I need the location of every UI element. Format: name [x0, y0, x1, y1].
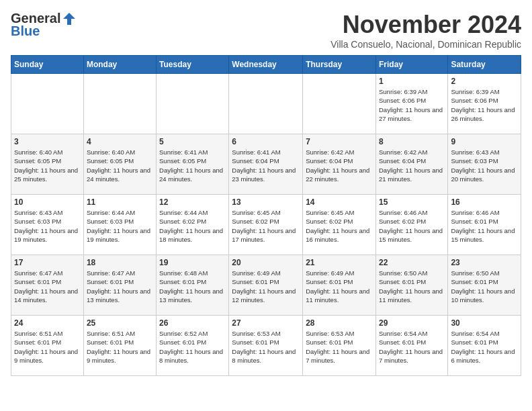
day-number: 30 — [451, 318, 518, 328]
day-cell: 1Sunrise: 6:39 AM Sunset: 6:06 PM Daylig… — [375, 74, 447, 134]
day-cell: 22Sunrise: 6:50 AM Sunset: 6:01 PM Dayli… — [375, 255, 447, 316]
day-info: Sunrise: 6:51 AM Sunset: 6:01 PM Dayligh… — [14, 329, 81, 365]
day-info: Sunrise: 6:50 AM Sunset: 6:01 PM Dayligh… — [379, 269, 445, 304]
day-cell: 13Sunrise: 6:45 AM Sunset: 6:02 PM Dayli… — [229, 195, 303, 255]
day-number: 22 — [379, 258, 445, 267]
weekday-header-sunday: Sunday — [11, 56, 84, 74]
day-info: Sunrise: 6:44 AM Sunset: 6:03 PM Dayligh… — [87, 208, 153, 244]
day-info: Sunrise: 6:46 AM Sunset: 6:02 PM Dayligh… — [379, 208, 445, 244]
day-cell: 12Sunrise: 6:44 AM Sunset: 6:02 PM Dayli… — [157, 195, 229, 255]
day-number: 28 — [306, 318, 373, 328]
day-cell: 17Sunrise: 6:47 AM Sunset: 6:01 PM Dayli… — [11, 255, 84, 316]
title-section: November 2024 Villa Consuelo, Nacional, … — [330, 11, 521, 50]
day-info: Sunrise: 6:50 AM Sunset: 6:01 PM Dayligh… — [451, 269, 518, 304]
logo-icon — [62, 11, 77, 26]
day-info: Sunrise: 6:49 AM Sunset: 6:01 PM Dayligh… — [306, 269, 373, 304]
day-number: 25 — [87, 318, 153, 328]
subtitle: Villa Consuelo, Nacional, Dominican Repu… — [330, 39, 521, 50]
day-info: Sunrise: 6:41 AM Sunset: 6:04 PM Dayligh… — [232, 148, 300, 183]
day-info: Sunrise: 6:52 AM Sunset: 6:01 PM Dayligh… — [159, 329, 226, 365]
day-info: Sunrise: 6:45 AM Sunset: 6:02 PM Dayligh… — [306, 208, 373, 244]
day-cell: 23Sunrise: 6:50 AM Sunset: 6:01 PM Dayli… — [448, 255, 521, 316]
day-cell: 28Sunrise: 6:53 AM Sunset: 6:01 PM Dayli… — [303, 316, 376, 376]
day-cell: 3Sunrise: 6:40 AM Sunset: 6:05 PM Daylig… — [11, 134, 84, 195]
day-info: Sunrise: 6:40 AM Sunset: 6:05 PM Dayligh… — [87, 148, 153, 183]
day-number: 9 — [451, 137, 518, 146]
day-number: 24 — [14, 318, 81, 328]
day-cell — [303, 74, 376, 134]
day-cell: 7Sunrise: 6:42 AM Sunset: 6:04 PM Daylig… — [303, 134, 376, 195]
day-cell: 16Sunrise: 6:46 AM Sunset: 6:01 PM Dayli… — [448, 195, 521, 255]
day-number: 23 — [451, 258, 518, 267]
day-info: Sunrise: 6:47 AM Sunset: 6:01 PM Dayligh… — [87, 269, 153, 304]
weekday-header-thursday: Thursday — [303, 56, 376, 74]
day-number: 10 — [14, 197, 81, 207]
day-number: 14 — [306, 197, 373, 207]
day-cell: 9Sunrise: 6:43 AM Sunset: 6:03 PM Daylig… — [448, 134, 521, 195]
header: General Blue November 2024 Villa Consuel… — [11, 11, 521, 50]
day-info: Sunrise: 6:42 AM Sunset: 6:04 PM Dayligh… — [379, 148, 445, 183]
day-cell — [83, 74, 156, 134]
day-cell: 27Sunrise: 6:53 AM Sunset: 6:01 PM Dayli… — [229, 316, 303, 376]
day-cell: 19Sunrise: 6:48 AM Sunset: 6:01 PM Dayli… — [157, 255, 229, 316]
day-cell: 4Sunrise: 6:40 AM Sunset: 6:05 PM Daylig… — [83, 134, 156, 195]
day-cell: 6Sunrise: 6:41 AM Sunset: 6:04 PM Daylig… — [229, 134, 303, 195]
day-info: Sunrise: 6:44 AM Sunset: 6:02 PM Dayligh… — [159, 208, 226, 244]
day-number: 11 — [87, 197, 153, 207]
day-number: 19 — [159, 258, 226, 267]
logo: General Blue — [11, 11, 78, 39]
day-number: 20 — [232, 258, 300, 267]
weekday-header-row: SundayMondayTuesdayWednesdayThursdayFrid… — [11, 56, 521, 74]
week-row-4: 24Sunrise: 6:51 AM Sunset: 6:01 PM Dayli… — [11, 316, 521, 376]
day-number: 8 — [379, 137, 445, 146]
day-info: Sunrise: 6:41 AM Sunset: 6:05 PM Dayligh… — [159, 148, 226, 183]
week-row-3: 17Sunrise: 6:47 AM Sunset: 6:01 PM Dayli… — [11, 255, 521, 316]
day-info: Sunrise: 6:40 AM Sunset: 6:05 PM Dayligh… — [14, 148, 81, 183]
day-cell — [229, 74, 303, 134]
day-number: 15 — [379, 197, 445, 207]
day-info: Sunrise: 6:45 AM Sunset: 6:02 PM Dayligh… — [232, 208, 300, 244]
day-number: 13 — [232, 197, 300, 207]
day-number: 17 — [14, 258, 81, 267]
logo-blue: Blue — [11, 24, 40, 39]
day-info: Sunrise: 6:42 AM Sunset: 6:04 PM Dayligh… — [306, 148, 373, 183]
day-cell: 20Sunrise: 6:49 AM Sunset: 6:01 PM Dayli… — [229, 255, 303, 316]
day-cell: 15Sunrise: 6:46 AM Sunset: 6:02 PM Dayli… — [375, 195, 447, 255]
day-cell — [11, 74, 84, 134]
day-cell: 10Sunrise: 6:43 AM Sunset: 6:03 PM Dayli… — [11, 195, 84, 255]
weekday-header-friday: Friday — [375, 56, 447, 74]
day-info: Sunrise: 6:54 AM Sunset: 6:01 PM Dayligh… — [451, 329, 518, 365]
day-number: 2 — [451, 77, 518, 86]
day-info: Sunrise: 6:39 AM Sunset: 6:06 PM Dayligh… — [451, 87, 518, 123]
day-cell: 2Sunrise: 6:39 AM Sunset: 6:06 PM Daylig… — [448, 74, 521, 134]
day-number: 29 — [379, 318, 445, 328]
day-info: Sunrise: 6:51 AM Sunset: 6:01 PM Dayligh… — [87, 329, 153, 365]
day-number: 16 — [451, 197, 518, 207]
day-info: Sunrise: 6:48 AM Sunset: 6:01 PM Dayligh… — [159, 269, 226, 304]
day-number: 1 — [379, 77, 445, 86]
day-cell: 24Sunrise: 6:51 AM Sunset: 6:01 PM Dayli… — [11, 316, 84, 376]
day-info: Sunrise: 6:43 AM Sunset: 6:03 PM Dayligh… — [14, 208, 81, 244]
weekday-header-saturday: Saturday — [448, 56, 521, 74]
day-info: Sunrise: 6:39 AM Sunset: 6:06 PM Dayligh… — [379, 87, 445, 123]
day-number: 18 — [87, 258, 153, 267]
day-info: Sunrise: 6:53 AM Sunset: 6:01 PM Dayligh… — [306, 329, 373, 365]
day-number: 12 — [159, 197, 226, 207]
day-number: 7 — [306, 137, 373, 146]
day-number: 21 — [306, 258, 373, 267]
day-number: 4 — [87, 137, 153, 146]
day-number: 3 — [14, 137, 81, 146]
week-row-0: 1Sunrise: 6:39 AM Sunset: 6:06 PM Daylig… — [11, 74, 521, 134]
day-info: Sunrise: 6:49 AM Sunset: 6:01 PM Dayligh… — [232, 269, 300, 304]
day-cell: 5Sunrise: 6:41 AM Sunset: 6:05 PM Daylig… — [157, 134, 229, 195]
weekday-header-wednesday: Wednesday — [229, 56, 303, 74]
weekday-header-tuesday: Tuesday — [157, 56, 229, 74]
day-cell: 29Sunrise: 6:54 AM Sunset: 6:01 PM Dayli… — [375, 316, 447, 376]
day-number: 26 — [159, 318, 226, 328]
day-info: Sunrise: 6:53 AM Sunset: 6:01 PM Dayligh… — [232, 329, 300, 365]
day-cell: 21Sunrise: 6:49 AM Sunset: 6:01 PM Dayli… — [303, 255, 376, 316]
day-cell: 30Sunrise: 6:54 AM Sunset: 6:01 PM Dayli… — [448, 316, 521, 376]
day-number: 27 — [232, 318, 300, 328]
day-cell: 26Sunrise: 6:52 AM Sunset: 6:01 PM Dayli… — [157, 316, 229, 376]
day-number: 5 — [159, 137, 226, 146]
